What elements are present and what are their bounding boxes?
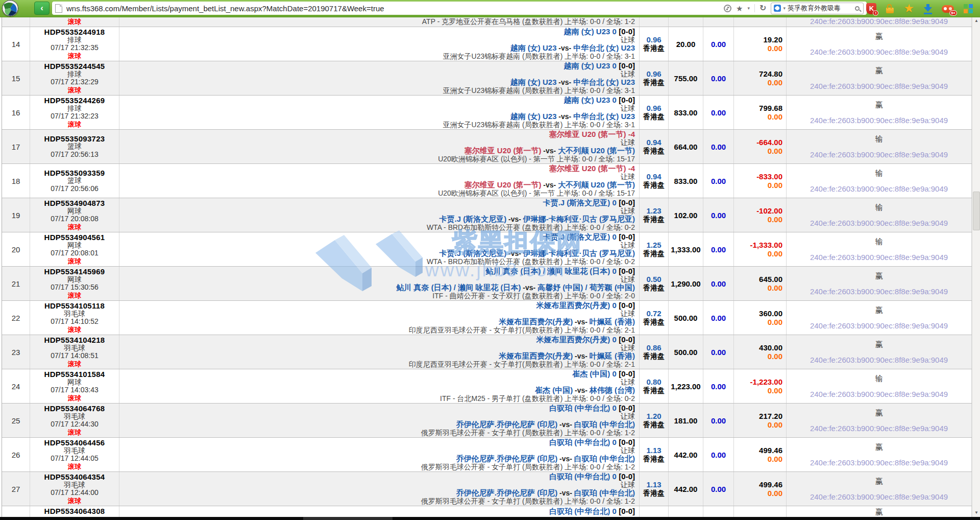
sport-type: 网球 [67, 276, 82, 284]
apps-grid-icon[interactable] [964, 4, 973, 13]
league-line: U20欧洲锦标赛A区 (以色列) - 第一节 上半场: 0-0 / 全场: 15… [438, 155, 635, 163]
amount-cell: 20.00 [669, 27, 703, 61]
url-text[interactable]: wns.fts368.com/Member/Lists/payment_betL… [66, 4, 384, 13]
selection-score: [0-0] [619, 507, 635, 515]
sport-type: 网球 [67, 379, 82, 387]
amount-cell: 442.00 [669, 438, 703, 471]
vs-label: -vs- [573, 318, 590, 326]
league-line: WTA - BRD布加勒斯特公开赛 (盘数获胜者) 上半场: 0-0 / 全场:… [427, 257, 635, 266]
bet-row: 17HDP5535093723篮球07/17 20:56:13塞尔维亚 U20 … [2, 130, 972, 164]
favorites-star-icon[interactable]: ★ [903, 3, 914, 14]
status-cell: 赢240e:fe:2603:b900:90ec:8f8e:9e9a:9049 [787, 27, 972, 61]
browser-logo-icon[interactable] [2, 0, 18, 16]
home-team: 越南 (女) U23 [510, 43, 557, 52]
away-team: 白驭珀 (中华台北) [574, 420, 635, 429]
result-cell: -833.000.00 [734, 164, 787, 198]
row-number-cell [2, 506, 30, 517]
bet-amount: 833.00 [674, 108, 698, 117]
result-cell: 19.200.00 [734, 27, 787, 61]
lock-icon[interactable] [886, 8, 894, 13]
scroll-down-button[interactable]: ▼ [972, 509, 980, 517]
bet-ip: 240e:fe:2603:b900:90ec:8f8e:9e9a:9049 [810, 287, 948, 296]
bookmark-star-icon[interactable]: ★ [736, 5, 743, 12]
odds-cell: 1.20香港盘 [640, 404, 669, 437]
back-button[interactable]: ‹ [34, 2, 50, 15]
match-detail-cell: 越南 (女) U23 0 [0-0]让球越南 (女) U23 -vs- 中华台北… [119, 96, 640, 129]
odds-cell [640, 17, 669, 27]
row-number-cell: 14 [2, 27, 30, 61]
league-line: WTA - BRD布加勒斯特公开赛 (盘数获胜者) 上半场: 0-0 / 全场:… [427, 223, 635, 231]
home-team: 乔伊伦尼萨.乔伊伦尼萨 (印尼) [456, 488, 557, 497]
vs-label: -vs- [521, 283, 537, 292]
valid-amount-cell [703, 17, 734, 27]
live-badge: 滚球 [68, 326, 81, 334]
bet-outcome: 输 [875, 203, 883, 212]
valid-amount: 0.00 [711, 382, 726, 391]
bet-id: HDP5535244269 [44, 97, 105, 105]
market-type: 香港盘 [643, 420, 665, 429]
scroll-up-button[interactable]: ▲ [972, 17, 980, 25]
bet-type-label: 让球 [621, 207, 635, 215]
bottom-black-bar [0, 517, 980, 520]
scrollbar-thumb[interactable] [973, 192, 980, 230]
bet-outcome: 赢 [875, 507, 883, 517]
bet-outcome: 输 [875, 134, 883, 144]
bet-id-cell: HDP5535244269排球07/17 21:32:23滚球 [30, 96, 119, 129]
odds-value: 1.13 [646, 446, 661, 455]
bet-selection: 越南 (女) U23 0 [564, 27, 617, 36]
match-detail-cell: ATP - 克罗地亚公开赛在乌马格 (盘数获胜者) 上半场: 0-0 / 全场:… [119, 17, 640, 27]
odds-value: 0.94 [646, 172, 661, 181]
selection-score: [0-0] [619, 198, 635, 207]
extension-compass-icon[interactable] [724, 5, 731, 12]
bet-time: 07/17 12:44:30 [51, 420, 98, 429]
bet-id-cell: HDP5534904873网球07/17 20:08:08滚球 [30, 198, 119, 232]
market-type: 香港盘 [643, 78, 665, 87]
bet-amount: 1,223.00 [671, 382, 700, 391]
bookmark-caret-icon[interactable]: ▾ [748, 6, 750, 11]
match-detail-cell: 白驭珀 (中华台北) 0 [0-0]让球乔伊伦尼萨.乔伊伦尼萨 (印尼) -vs… [119, 404, 640, 437]
search-engine-caret-icon[interactable]: ▾ [783, 6, 786, 11]
vertical-scrollbar[interactable]: ▲ ▼ [972, 17, 980, 517]
search-magnifier-icon[interactable] [855, 6, 860, 11]
refresh-icon[interactable]: ↻ [760, 4, 766, 12]
vs-label: -vs- [556, 78, 573, 86]
live-badge: 滚球 [68, 292, 81, 300]
bet-amount: 500.00 [674, 348, 698, 357]
result-secondary: 0.00 [768, 386, 782, 395]
bet-type-label: 让球 [621, 173, 635, 181]
result-cell: 799.680.00 [734, 96, 787, 129]
vs-label: -vs- [506, 215, 523, 223]
search-box[interactable]: ▾ 英孚教育外教吸毒 [771, 3, 864, 14]
market-type: 香港盘 [643, 352, 665, 361]
security-shield-icon[interactable]: K! [866, 3, 876, 14]
bet-row: 27HDP5534064354羽毛球07/17 12:44:00滚球白驭珀 (中… [2, 472, 972, 506]
bet-amount: 500.00 [674, 314, 698, 322]
search-engine-icon[interactable] [774, 5, 781, 12]
bet-id-cell: HDP5534064354羽毛球07/17 12:44:00滚球 [30, 472, 119, 506]
market-type: 香港盘 [643, 249, 665, 258]
market-type: 香港盘 [643, 283, 665, 292]
bet-selection: 白驭珀 (中华台北) 0 [549, 404, 617, 412]
bet-selection: 崔杰 (中国) 0 [572, 369, 617, 378]
bet-row: 24HDP5534101584网球07/17 14:03:43滚球崔杰 (中国)… [2, 369, 972, 404]
bet-selection: 卡贾.J (斯洛文尼亚) 0 [543, 232, 617, 241]
bet-row: 15HDP5535244545排球07/17 21:32:29滚球越南 (女) … [2, 61, 972, 96]
row-number-cell: 24 [2, 369, 30, 403]
valid-amount: 0.00 [711, 211, 726, 220]
vs-label: -vs- [573, 386, 590, 394]
valid-amount-cell: 0.00 [703, 96, 734, 129]
valid-amount-cell: 0.00 [703, 472, 734, 506]
search-input[interactable]: 英孚教育外教吸毒 [788, 4, 853, 13]
status-cell: 240e:fe:2603:b900:90ec:8f8e:9e9a:9049 [787, 17, 972, 27]
result-amount: 499.46 [759, 446, 782, 455]
sport-type: 篮球 [67, 143, 82, 151]
result-secondary: 0.00 [768, 78, 782, 87]
vs-label: -vs- [557, 455, 574, 463]
address-bar[interactable]: wns.fts368.com/Member/Lists/payment_betL… [52, 2, 867, 15]
row-number-cell: 15 [2, 61, 30, 95]
download-icon[interactable] [924, 4, 932, 13]
valid-amount: 0.00 [711, 314, 726, 322]
valid-amount-cell: 0.00 [703, 335, 734, 369]
games-icon[interactable]: 9+ [942, 5, 954, 13]
bet-type-label: 让球 [621, 344, 635, 352]
